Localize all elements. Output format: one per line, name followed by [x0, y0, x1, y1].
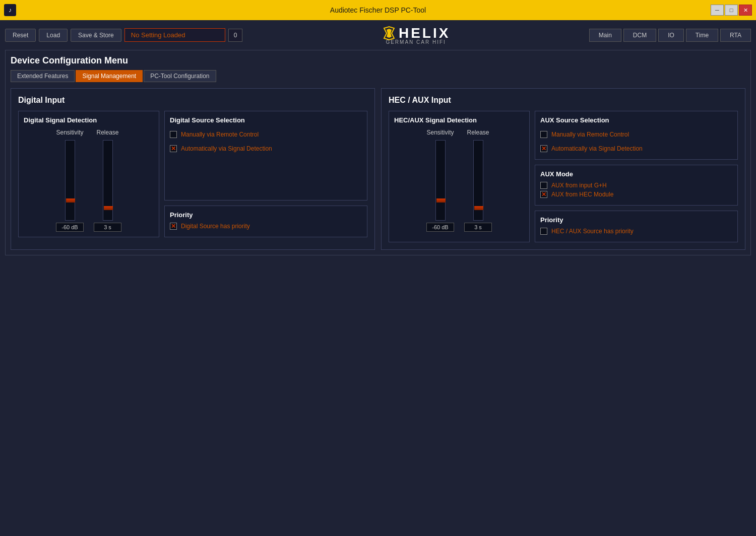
hec-release-thumb[interactable] — [474, 206, 483, 210]
hec-aux-input-title: HEC / AUX Input — [389, 96, 738, 105]
hec-right-panels: AUX Source Selection Manually via Remote… — [535, 111, 738, 242]
digital-release-label: Release — [96, 129, 118, 136]
hec-sensitivity-thumb[interactable] — [436, 198, 446, 203]
no-setting-label: No Setting Loaded — [124, 28, 225, 42]
digital-right-panels: Digital Source Selection Manually via Re… — [164, 111, 367, 237]
setting-count: 0 — [228, 29, 243, 42]
aux-mode-hec: ✕ AUX from HEC Module — [540, 191, 732, 198]
hec-priority-label: HEC / AUX Source has priority — [551, 228, 634, 235]
svg-marker-1 — [387, 29, 392, 38]
hec-sensitivity-slider-col: Sensitivity -60 dB — [426, 129, 454, 232]
digital-release-track[interactable] — [103, 140, 113, 221]
digital-source-selection: Digital Source Selection Manually via Re… — [164, 111, 367, 200]
digital-input-panel: Digital Input Digital Signal Detection S… — [11, 88, 375, 250]
hec-release-track[interactable] — [473, 140, 483, 221]
aux-manual-label: Manually via Remote Control — [551, 131, 629, 138]
digital-sensitivity-thumb[interactable] — [66, 198, 75, 203]
digital-option-auto: ✕ Automatically via Signal Detection — [170, 145, 362, 152]
digital-priority-checkbox[interactable]: ✕ — [170, 223, 177, 230]
toolbar: Reset Load Save & Store No Setting Loade… — [5, 25, 751, 45]
digital-priority-title: Priority — [170, 211, 362, 219]
load-button[interactable]: Load — [39, 29, 68, 42]
close-button[interactable]: ✕ — [739, 5, 752, 16]
hec-sensitivity-track[interactable] — [435, 140, 446, 221]
window-title: Audiotec Fischer DSP PC-Tool — [330, 6, 426, 14]
digital-release-slider-col: Release 3 s — [94, 129, 121, 232]
aux-mode-hec-checkbox[interactable]: ✕ — [540, 191, 547, 198]
tab-pctool-config[interactable]: PC-Tool Configuration — [144, 70, 216, 82]
hec-priority-option: HEC / AUX Source has priority — [540, 228, 732, 235]
tabs-row: Extended Features Signal Management PC-T… — [11, 70, 745, 82]
nav-dcm-button[interactable]: DCM — [623, 29, 656, 42]
hec-sensitivity-label: Sensitivity — [426, 129, 454, 136]
aux-mode-gh: AUX from input G+H — [540, 182, 732, 189]
digital-priority-box: Priority ✕ Digital Source has priority — [164, 206, 367, 237]
hec-aux-input-panel: HEC / AUX Input HEC/AUX Signal Detection… — [381, 88, 745, 250]
hec-release-label: Release — [467, 129, 489, 136]
save-store-button[interactable]: Save & Store — [71, 29, 121, 42]
hec-signal-detection: HEC/AUX Signal Detection Sensitivity -60… — [389, 111, 530, 242]
digital-source-selection-title: Digital Source Selection — [170, 116, 362, 124]
aux-source-selection: AUX Source Selection Manually via Remote… — [535, 111, 738, 160]
digital-auto-label: Automatically via Signal Detection — [181, 145, 272, 152]
digital-signal-detection-title: Digital Signal Detection — [24, 116, 154, 124]
tab-signal-management[interactable]: Signal Management — [76, 70, 143, 82]
hec-priority-box: Priority HEC / AUX Source has priority — [535, 211, 738, 242]
nav-io-button[interactable]: IO — [658, 29, 684, 42]
device-config-panel: Device Configuration Menu Extended Featu… — [5, 50, 751, 255]
digital-release-value: 3 s — [94, 223, 121, 232]
nav-time-button[interactable]: Time — [686, 29, 718, 42]
hec-signal-detection-title: HEC/AUX Signal Detection — [394, 116, 524, 124]
aux-mode-gh-label: AUX from input G+H — [551, 182, 607, 189]
digital-manual-label: Manually via Remote Control — [181, 131, 259, 138]
aux-mode-hec-label: AUX from HEC Module — [551, 191, 613, 198]
hec-release-slider-col: Release 3 s — [464, 129, 492, 232]
hec-release-value: 3 s — [464, 223, 492, 232]
restore-button[interactable]: □ — [725, 5, 738, 16]
digital-sensitivity-track[interactable] — [65, 140, 75, 221]
digital-option-manual: Manually via Remote Control — [170, 131, 362, 138]
main-area: Reset Load Save & Store No Setting Loade… — [0, 20, 756, 536]
digital-release-thumb[interactable] — [104, 206, 113, 210]
digital-inner-panels: Digital Signal Detection Sensitivity -60… — [18, 111, 367, 237]
digital-input-title: Digital Input — [18, 96, 367, 105]
digital-sensitivity-label: Sensitivity — [56, 129, 83, 136]
digital-auto-checkbox[interactable]: ✕ — [170, 145, 177, 152]
input-panels: Digital Input Digital Signal Detection S… — [11, 88, 745, 250]
title-bar: ♪ Audiotec Fischer DSP PC-Tool ─ □ ✕ — [0, 0, 756, 20]
aux-auto-label: Automatically via Signal Detection — [551, 145, 643, 152]
hec-priority-checkbox[interactable] — [540, 228, 547, 235]
helix-sub: GERMAN CAR HIFI — [386, 39, 446, 45]
nav-main-button[interactable]: Main — [589, 29, 621, 42]
digital-priority-option: ✕ Digital Source has priority — [170, 223, 362, 230]
aux-source-selection-title: AUX Source Selection — [540, 116, 732, 124]
digital-sliders-area: Sensitivity -60 dB Release — [24, 129, 154, 232]
tab-extended-features[interactable]: Extended Features — [11, 70, 75, 82]
aux-mode-title: AUX Mode — [540, 170, 732, 178]
logo-area: HELIX GERMAN CAR HIFI — [245, 25, 586, 45]
window-controls: ─ □ ✕ — [711, 5, 752, 16]
aux-manual-checkbox[interactable] — [540, 131, 547, 138]
minimize-button[interactable]: ─ — [711, 5, 724, 16]
nav-rta-button[interactable]: RTA — [720, 29, 751, 42]
aux-mode-box: AUX Mode AUX from input G+H ✕ AUX from H… — [535, 165, 738, 206]
hec-inner-panels: HEC/AUX Signal Detection Sensitivity -60… — [389, 111, 738, 242]
digital-manual-checkbox[interactable] — [170, 131, 177, 138]
title-bar-left: ♪ — [4, 4, 16, 16]
hec-priority-title: Priority — [540, 216, 732, 224]
helix-chevron-icon — [382, 26, 397, 41]
digital-sensitivity-value: -60 dB — [56, 223, 84, 232]
aux-option-auto: ✕ Automatically via Signal Detection — [540, 145, 732, 152]
digital-priority-label: Digital Source has priority — [181, 223, 250, 230]
digital-sensitivity-slider-col: Sensitivity -60 dB — [56, 129, 84, 232]
hec-sliders-area: Sensitivity -60 dB Release — [394, 129, 524, 232]
app-icon: ♪ — [4, 4, 16, 16]
aux-mode-gh-checkbox[interactable] — [540, 182, 547, 189]
aux-option-manual: Manually via Remote Control — [540, 131, 732, 138]
aux-auto-checkbox[interactable]: ✕ — [540, 145, 547, 152]
digital-signal-detection: Digital Signal Detection Sensitivity -60… — [18, 111, 159, 237]
device-config-title: Device Configuration Menu — [11, 55, 745, 66]
nav-buttons: Main DCM IO Time RTA — [589, 29, 751, 42]
hec-sensitivity-value: -60 dB — [426, 223, 454, 232]
reset-button[interactable]: Reset — [5, 29, 36, 42]
